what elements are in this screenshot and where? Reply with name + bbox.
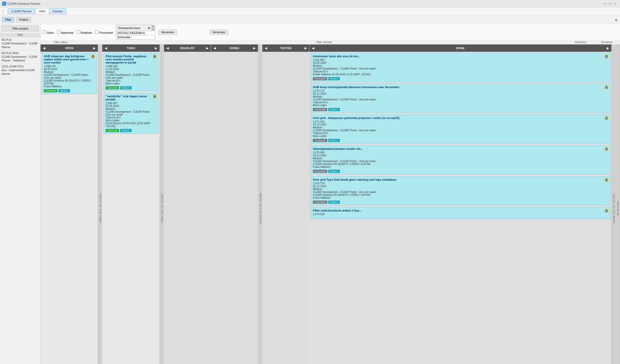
sidebar-item-desc-1: CLEAR Development - CLEAR Planner [2, 42, 39, 49]
verzoek-option-2[interactable]: Deliverable [116, 35, 155, 39]
col-testen-main: ◀ TESTEN ▶ [262, 44, 309, 364]
card-done-2-user: Boris Lejten [313, 104, 608, 107]
card-done-2-org: Triptcom B.V. [313, 101, 608, 104]
maximize-btn[interactable]: □ [608, 1, 613, 6]
card-todo-2-user: Boris Lejten [106, 119, 156, 122]
col-doing-next[interactable]: ▶ [252, 46, 256, 50]
card-todo-1-id: 1.586.205 [106, 65, 156, 68]
verzoek-option-1[interactable]: DIGITALE IDEEËNBUS [116, 31, 155, 35]
menu-dots-icon[interactable]: ⋮ [1, 9, 5, 14]
col-done-body: 👤 Ureninvoer toont alle voor de me... 1.… [309, 52, 611, 364]
verzoek-scroll-down[interactable]: ▼ [151, 28, 155, 31]
card-done-1-avatar: 👤 [604, 54, 608, 59]
sidebar-item-cd21[interactable]: CD21.102367.PLN Elvy - Implementatie CLE… [0, 64, 40, 77]
card-done-2[interactable]: 👤 AUB knop Urenregistratie Bewaren herno… [311, 84, 610, 113]
checkbox-open[interactable]: Open [43, 30, 54, 34]
verzoek-scroll-up[interactable]: ▲ [151, 25, 155, 28]
sidebar-item-rdplntask[interactable]: RD.PLN.TASK CLEAR Development - CLEAR Pl… [0, 50, 40, 64]
verzoek-select[interactable]: Development issue DIGITALE IDEEËNBUS Del… [116, 25, 151, 31]
collapse-icon[interactable]: ▲ [614, 18, 618, 22]
filter-status-label: Filter status [41, 41, 81, 44]
card-done-5[interactable]: 👤 Uren grid Type Ziek houdt geen rekenin… [311, 176, 610, 206]
card-todo-2-title: "verplichte" vrije dagen nieuw portaal [106, 95, 156, 101]
card-done-3-priority: Medium [313, 126, 608, 129]
col-doing-prev[interactable]: ◀ [213, 46, 217, 50]
card-done-3[interactable]: 👤 Uren grid - Aanpassen getoonde project… [311, 115, 610, 144]
col-issuelist-prev[interactable]: ◀ [166, 46, 170, 50]
checkbox-realised[interactable]: Realised [77, 30, 92, 34]
sidebar-item-rdpln[interactable]: RD.PLN CLEAR Development - CLEAR Planner [0, 37, 40, 50]
col-testen-next[interactable]: ▶ [304, 46, 308, 50]
filter-tab[interactable]: Filter [2, 17, 14, 22]
card-done-6-id: 1.574.549 [313, 213, 608, 216]
col-issuelist-title: ISSUELIST [180, 47, 195, 50]
checkbox-open-input[interactable] [43, 30, 46, 34]
card-done-1-priority: Medium [313, 64, 608, 67]
card-open-1-user: Frank Hakkens [44, 85, 94, 88]
checkbox-realised-input[interactable] [77, 30, 80, 34]
sidebar-filter-label: Filter [0, 33, 40, 37]
col-doing-header: ◀ DOING ▶ [211, 44, 258, 52]
sidebar-item-id-1: RD.PLN [2, 38, 39, 42]
col-done-prev[interactable]: ◀ [311, 46, 315, 50]
tab-kanban[interactable]: Kanban [49, 8, 66, 14]
col-doing-main: ◀ DOING ▶ [211, 44, 258, 364]
card-todo-1[interactable]: 👤 PSA module Portal. negatieve uren word… [103, 53, 159, 91]
card-done-2-id: 1.570.172 [313, 89, 608, 92]
badge-medium-d3: Medium [328, 139, 340, 142]
checkbox-processed-input[interactable] [95, 30, 98, 34]
verversen-button[interactable]: Verversen [158, 30, 177, 35]
col-testen-title: TESTEN [280, 47, 291, 50]
verversen-button-2[interactable]: Verversen [210, 30, 228, 35]
card-done-4-org: CLEAR Solutions BV (814074 / 170833 / 51… [313, 163, 608, 166]
card-open-1-avatar: 👤 [91, 54, 95, 59]
card-done-5-org: CLEAR Solutions BV (814074 / 170833 / 51… [313, 194, 608, 196]
col-rejected-label: REJECTED [616, 44, 620, 364]
filter-project-button[interactable]: Filter project [2, 26, 39, 31]
card-done-6[interactable]: 👤 Filter selectiescherm artikel 1 hou...… [311, 207, 610, 219]
col-open-oos-label: OPEN OUT OF SCOPE [98, 44, 102, 364]
minimize-btn[interactable]: — [603, 1, 607, 6]
card-done-3-title: Uren grid - Aanpassen getoonde projecten… [313, 116, 608, 120]
col-open-next[interactable]: ▶ [92, 46, 96, 50]
filter-verzoek-label: Filter verzoek [81, 41, 568, 44]
card-open-1-id: 1.588.470 [44, 65, 94, 68]
col-todo-next[interactable]: ▶ [154, 46, 158, 50]
card-todo-2-priority: Medium [106, 107, 156, 110]
card-done-4-id: 1.570.693 [313, 151, 608, 154]
col-open-header: ◀ OPEN ▶ [41, 44, 98, 52]
col-open-prev[interactable]: ◀ [42, 46, 46, 50]
col-todo-prev[interactable]: ◀ [104, 46, 108, 50]
badge-medium-d1: Medium [328, 77, 340, 80]
checkbox-approved-input[interactable] [57, 30, 60, 34]
col-done-next[interactable]: ▶ [606, 46, 610, 50]
card-done-2-title: AUB knop Urenregistratie Bewaren hernoem… [313, 86, 608, 89]
window-controls[interactable]: — □ × [603, 1, 618, 6]
col-todo-title: TODO [127, 47, 135, 50]
checkbox-processed[interactable]: Processed [95, 30, 113, 34]
verversen-label-1: Verversen [568, 41, 594, 44]
checkbox-approved[interactable]: Approved [57, 30, 74, 34]
card-todo-1-priority: Medium [106, 71, 156, 73]
card-todo-2-avatar: 👤 [153, 94, 157, 99]
card-done-1-date: 25-05-2020 [313, 61, 608, 64]
card-done-1[interactable]: 👤 Ureninvoer toont alle voor de me... 1.… [311, 53, 610, 82]
card-done-3-id: 1.571.532 [313, 120, 608, 123]
card-done-4[interactable]: 👤 Afwezigheidsverzoeken zonder ein... 1.… [311, 145, 610, 175]
col-issuelist-next[interactable]: ▶ [205, 46, 209, 50]
card-done-6-avatar: 👤 [604, 209, 608, 213]
card-todo-2[interactable]: 👤 "verplichte" vrije dagen nieuw portaal… [103, 93, 159, 134]
card-done-3-date: 22-12-2020 [313, 123, 608, 126]
card-done-2-priority: Medium [313, 95, 608, 98]
tab-clear-planner[interactable]: CLEAR-Planner [8, 8, 35, 14]
close-btn[interactable]: × [613, 1, 618, 6]
project-tab[interactable]: Project [16, 17, 31, 22]
card-done-5-avatar: 👤 [604, 178, 608, 182]
card-open-1-project: CLEAR Development - CLEAR Portal - Uren … [44, 73, 94, 79]
card-done-4-badges: Processed Medium [313, 170, 608, 173]
card-open-1[interactable]: 👤 AUB totaal per dag lichtgroen maken in… [42, 53, 97, 94]
card-todo-2-date: 04-05-2022 [106, 105, 156, 107]
col-testen-prev[interactable]: ◀ [264, 46, 268, 50]
sidebar-item-desc-2: CLEAR Development - CLEAR Planner - Task… [2, 55, 39, 62]
tab-wbs[interactable]: WBS [36, 8, 49, 14]
